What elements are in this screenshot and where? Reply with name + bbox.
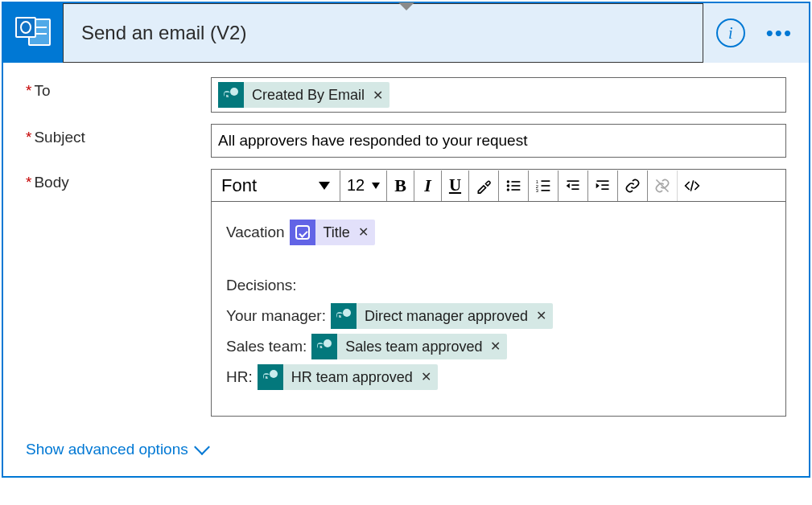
sharepoint-icon: s — [331, 303, 357, 329]
token-label: HR team approved — [291, 363, 413, 391]
body-line: Your manager: s Direct manager approved … — [226, 302, 771, 331]
svg-rect-16 — [601, 184, 608, 186]
subject-input[interactable] — [211, 124, 786, 158]
svg-point-2 — [507, 188, 509, 191]
underline-icon: U — [449, 175, 461, 195]
subject-label-text: Subject — [34, 129, 84, 146]
numbered-list-icon: 123 — [535, 178, 551, 194]
token-label: Created By Email — [252, 87, 365, 104]
svg-text:3: 3 — [536, 188, 538, 193]
token-remove-button[interactable]: ✕ — [358, 220, 369, 244]
color-picker-button[interactable] — [469, 170, 499, 201]
required-star-icon: * — [26, 82, 31, 99]
font-select-label: Font — [221, 175, 257, 196]
italic-button[interactable]: I — [414, 170, 442, 201]
svg-rect-3 — [512, 181, 521, 183]
subject-text-field[interactable] — [218, 130, 779, 151]
token-label: Sales team approved — [345, 333, 482, 360]
code-icon — [684, 178, 700, 194]
card-header: Send an email (V2) i ••• — [3, 3, 809, 63]
body-line: Vacation Title ✕ — [226, 218, 771, 247]
body-text: HR: — [226, 363, 253, 392]
svg-point-0 — [507, 180, 509, 183]
svg-point-1 — [507, 184, 509, 187]
body-label-text: Body — [34, 174, 68, 191]
svg-rect-15 — [597, 180, 609, 182]
token-created-by-email[interactable]: s Created By Email ✕ — [218, 82, 390, 108]
field-row-body: *Body Font 12 B I U — [26, 169, 786, 417]
sharepoint-icon: s — [258, 364, 283, 390]
bullet-list-icon — [505, 178, 521, 194]
info-icon: i — [728, 24, 733, 43]
connector-notch-icon — [398, 2, 414, 10]
outlook-icon — [3, 3, 63, 63]
italic-icon: I — [424, 175, 431, 196]
token-label: Direct manager approved — [365, 302, 528, 330]
approvals-icon — [290, 220, 315, 245]
rte-content-area[interactable]: Vacation Title ✕ Decisions: Your manager… — [212, 202, 785, 416]
more-menu-button[interactable]: ••• — [766, 23, 793, 43]
body-text: Your manager: — [226, 302, 326, 331]
field-label: *Subject — [26, 124, 211, 158]
token-remove-button[interactable]: ✕ — [373, 88, 383, 103]
show-advanced-options-link[interactable]: Show advanced options — [26, 441, 208, 458]
token-direct-manager-approved[interactable]: s Direct manager approved ✕ — [331, 303, 553, 329]
sharepoint-icon: s — [218, 82, 244, 108]
required-star-icon: * — [26, 174, 31, 191]
field-row-to: *To s Created By Email ✕ — [26, 77, 786, 113]
chevron-down-icon — [372, 183, 380, 189]
svg-rect-10 — [542, 185, 550, 187]
token-hr-team-approved[interactable]: s HR team approved ✕ — [258, 364, 438, 390]
bold-button[interactable]: B — [387, 170, 414, 201]
to-input[interactable]: s Created By Email ✕ — [211, 77, 786, 113]
underline-button[interactable]: U — [442, 170, 469, 201]
card-body: *To s Created By Email ✕ *Subject — [3, 63, 809, 476]
token-remove-button[interactable]: ✕ — [536, 304, 546, 328]
font-select[interactable]: Font — [212, 170, 340, 201]
eyedropper-icon — [476, 178, 492, 194]
rte-toolbar: Font 12 B I U — [212, 170, 785, 202]
chevron-down-icon — [319, 182, 330, 190]
token-remove-button[interactable]: ✕ — [490, 335, 501, 359]
token-sales-team-approved[interactable]: s Sales team approved ✕ — [311, 334, 507, 359]
bullet-list-button[interactable] — [499, 170, 529, 201]
code-view-button[interactable] — [678, 170, 707, 201]
token-title[interactable]: Title ✕ — [290, 220, 375, 245]
svg-rect-9 — [542, 180, 550, 182]
rich-text-editor: Font 12 B I U — [211, 169, 786, 417]
field-label: *To — [26, 77, 211, 113]
card-title-area[interactable]: Send an email (V2) — [63, 3, 703, 63]
link-icon — [624, 178, 641, 194]
info-button[interactable]: i — [716, 18, 745, 47]
advanced-link-label: Show advanced options — [26, 441, 188, 458]
body-text: Sales team: — [226, 332, 307, 361]
action-card: Send an email (V2) i ••• *To s Created B… — [2, 2, 810, 478]
body-line: Sales team: s Sales team approved ✕ — [226, 332, 771, 361]
field-row-subject: *Subject — [26, 124, 786, 158]
font-size-select[interactable]: 12 — [340, 170, 387, 201]
sharepoint-icon: s — [311, 334, 337, 359]
outdent-button[interactable] — [559, 170, 588, 201]
unlink-button[interactable] — [648, 170, 678, 201]
token-remove-button[interactable]: ✕ — [421, 365, 431, 389]
numbered-list-button[interactable]: 123 — [529, 170, 559, 201]
required-star-icon: * — [26, 129, 31, 146]
field-label: *Body — [26, 169, 211, 417]
font-size-label: 12 — [347, 176, 365, 195]
header-actions: i ••• — [703, 18, 809, 47]
indent-button[interactable] — [588, 170, 618, 201]
svg-rect-14 — [571, 188, 579, 190]
indent-icon — [595, 178, 611, 194]
svg-rect-12 — [567, 180, 579, 182]
token-label: Title — [324, 219, 350, 246]
svg-rect-4 — [512, 185, 521, 187]
body-line: Decisions: — [226, 271, 771, 300]
unlink-icon — [654, 178, 670, 194]
svg-rect-5 — [512, 189, 521, 191]
to-label-text: To — [34, 82, 50, 99]
svg-rect-13 — [571, 184, 579, 186]
body-line: HR: s HR team approved ✕ — [226, 363, 771, 392]
chevron-down-icon — [194, 440, 210, 456]
outdent-icon — [565, 178, 581, 194]
link-button[interactable] — [618, 170, 648, 201]
